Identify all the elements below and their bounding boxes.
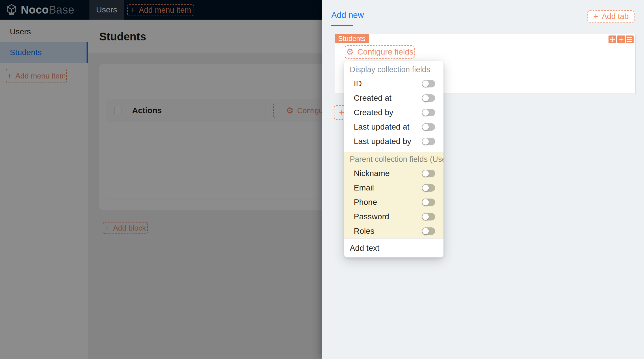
plus-icon[interactable] bbox=[617, 35, 625, 43]
toggle-last-updated-at[interactable] bbox=[422, 123, 435, 131]
drawer-panel: Add new + Add tab Students bbox=[322, 0, 644, 359]
add-tab-label: Add tab bbox=[602, 12, 629, 21]
field-menu-item-last-updated-at[interactable]: Last updated at bbox=[344, 120, 443, 134]
field-menu-item-id[interactable]: ID bbox=[344, 76, 443, 91]
field-menu-item-roles[interactable]: Roles bbox=[344, 224, 443, 238]
field-menu-item-created-at[interactable]: Created at bbox=[344, 91, 443, 105]
plus-icon: + bbox=[593, 12, 598, 21]
app-root: NocoBase Users + Add menu item Users Stu… bbox=[0, 0, 644, 359]
drawer-tab-add-new[interactable]: Add new bbox=[331, 10, 364, 20]
menu-icon[interactable] bbox=[626, 35, 634, 43]
group-label: Display collection fields bbox=[344, 63, 443, 76]
toggle-created-by[interactable] bbox=[422, 109, 435, 116]
field-menu-item-email[interactable]: Email bbox=[344, 181, 443, 195]
configure-fields-dropdown: Display collection fields ID Created at … bbox=[344, 61, 443, 257]
toggle-id[interactable] bbox=[422, 80, 435, 87]
toggle-email[interactable] bbox=[422, 184, 435, 192]
toggle-password[interactable] bbox=[422, 213, 435, 220]
field-menu-item-nickname[interactable]: Nickname bbox=[344, 166, 443, 181]
field-menu-item-phone[interactable]: Phone bbox=[344, 195, 443, 210]
plus-icon: + bbox=[339, 108, 344, 117]
display-collection-fields-group: Display collection fields ID Created at … bbox=[344, 61, 443, 152]
menu-icon-bars bbox=[627, 37, 632, 42]
gear-icon: ⚙ bbox=[346, 48, 354, 56]
group-label: Parent collection fields (Users) bbox=[344, 152, 443, 166]
toggle-last-updated-by[interactable] bbox=[422, 138, 435, 145]
add-text-menu-item[interactable]: Add text bbox=[344, 238, 443, 257]
parent-collection-fields-group: Parent collection fields (Users) Nicknam… bbox=[344, 152, 443, 238]
toggle-roles[interactable] bbox=[422, 227, 435, 235]
field-menu-item-last-updated-by[interactable]: Last updated by bbox=[344, 134, 443, 149]
block-toolbar bbox=[609, 35, 634, 43]
active-tab-underline bbox=[331, 25, 353, 26]
toggle-created-at[interactable] bbox=[422, 94, 435, 102]
field-menu-item-created-by[interactable]: Created by bbox=[344, 105, 443, 120]
configure-fields-label: Configure fields bbox=[357, 47, 413, 57]
drag-icon[interactable] bbox=[609, 35, 616, 43]
block-collection-badge: Students bbox=[335, 34, 369, 43]
toggle-nickname[interactable] bbox=[422, 170, 435, 177]
configure-fields-button[interactable]: ⚙ Configure fields bbox=[345, 45, 415, 59]
toggle-phone[interactable] bbox=[422, 199, 435, 206]
add-tab-button[interactable]: + Add tab bbox=[587, 10, 634, 23]
field-menu-item-password[interactable]: Password bbox=[344, 210, 443, 224]
